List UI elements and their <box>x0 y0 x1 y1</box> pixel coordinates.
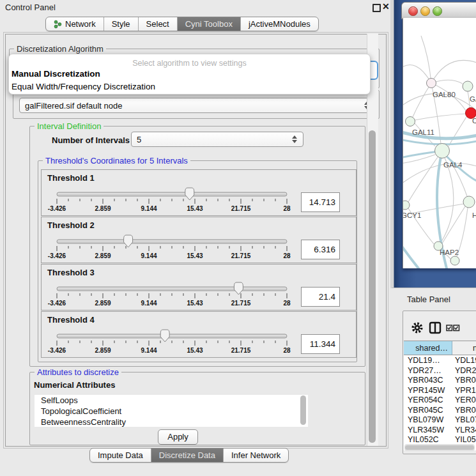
gal80-node[interactable] <box>427 79 436 88</box>
svg-text:9.144: 9.144 <box>141 300 157 307</box>
show-columns-checkbox-icon[interactable] <box>447 325 459 331</box>
svg-text:15.43: 15.43 <box>187 252 203 259</box>
threshold-value-field[interactable]: 6.316 <box>301 240 340 259</box>
node-table: shared… na YDL19…YDL19YDR27…YDR27YBR043C… <box>404 341 476 450</box>
attribute-item-selfloops[interactable]: SelfLoops <box>35 395 308 406</box>
numerical-attributes-label: Numerical Attributes <box>34 380 115 390</box>
table-row[interactable]: YIL052CYIL05 <box>404 435 476 443</box>
table-rows: YDL19…YDL19YDR27…YDR27YBR043CYBR04YPR145… <box>404 356 476 443</box>
table-data-value: galFiltered.sif default node <box>25 101 122 111</box>
network-window-titlebar[interactable] <box>401 2 476 19</box>
gcy1-node[interactable] <box>403 201 410 210</box>
svg-text:-3.426: -3.426 <box>48 300 66 307</box>
threshold-slider[interactable]: -3.4262.8599.14415.4321.71528 <box>48 281 298 310</box>
attribute-item-topologicalcoefficient[interactable]: TopologicalCoefficient <box>35 406 308 417</box>
gal4-node[interactable] <box>435 144 450 158</box>
attributes-group-label: Attributes to discretize <box>35 367 121 377</box>
tab-discretize-data[interactable]: Discretize Data <box>151 449 224 462</box>
table-row[interactable]: YLR345WYLR34 <box>404 426 476 436</box>
tab-infer-network[interactable]: Infer Network <box>224 449 288 462</box>
table-row[interactable]: YBR045CYBR04 <box>404 406 476 416</box>
tab-select[interactable]: Select <box>139 17 178 31</box>
threshold-slider[interactable]: -3.4262.8599.14415.4321.71528 <box>48 234 298 263</box>
table-row[interactable]: YBR043CYBR04 <box>404 376 476 386</box>
slider-thumb[interactable] <box>185 188 194 200</box>
tab-style[interactable]: Style <box>104 17 139 31</box>
h-node[interactable] <box>463 196 475 208</box>
numerical-attributes-list[interactable]: SelfLoopsTopologicalCoefficientBetweenne… <box>35 395 308 427</box>
node-label-h: H <box>472 211 476 219</box>
float-window-icon[interactable] <box>372 4 381 12</box>
cell-name: YDR27 <box>455 366 476 375</box>
svg-text:2.859: 2.859 <box>95 300 111 307</box>
svg-text:21.715: 21.715 <box>231 252 251 259</box>
cell-name: YBR04 <box>455 376 476 385</box>
threshold-panel-1: Threshold 1-3.4262.8599.14415.4321.71528… <box>41 169 357 216</box>
cell-shared-name: YLR345W <box>408 426 444 434</box>
tab-label: Impute Data <box>98 450 143 460</box>
slider-thumb[interactable] <box>234 282 243 295</box>
attribute-item-betweennesscentrality[interactable]: BetweennessCentrality <box>35 417 308 427</box>
table-row[interactable]: YER054CYER05 <box>404 395 476 406</box>
table-hscrollbar-thumb[interactable] <box>405 445 474 450</box>
cell-shared-name: YPR145W <box>408 386 445 395</box>
tab-label: Style <box>112 19 130 29</box>
svg-text:21.715: 21.715 <box>231 347 251 354</box>
threshold-value-field[interactable]: 21.4 <box>301 287 340 307</box>
popup-item-equal-width-frequency-discretization[interactable]: Equal Width/Frequency Discretization <box>11 82 368 94</box>
split-columns-icon[interactable] <box>430 323 440 333</box>
node-label-hap2: HAP2 <box>440 249 459 256</box>
threshold-slider[interactable]: -3.4262.8599.14415.4321.71528 <box>48 328 298 357</box>
slider-thumb[interactable] <box>124 235 133 247</box>
slider-thumb[interactable] <box>160 330 169 342</box>
interval-definition-label: Interval Definition <box>35 121 104 131</box>
window-zoom-button[interactable] <box>433 6 442 16</box>
svg-text:9.144: 9.144 <box>141 347 157 354</box>
gear-icon[interactable] <box>413 324 422 332</box>
tab-label: Network <box>65 19 96 29</box>
popup-item-manual-discretization[interactable]: Manual Discretization <box>11 69 368 81</box>
number-of-intervals-combobox[interactable]: 5 <box>131 132 303 147</box>
app-root: Control Panel ✕ NetworkStyleSelectCyni T… <box>0 0 476 476</box>
tab-impute-data[interactable]: Impute Data <box>90 449 151 462</box>
cell-shared-name: YDL19… <box>408 356 440 365</box>
table-data-combobox[interactable]: galFiltered.sif default node <box>19 98 376 113</box>
threshold-value-field[interactable]: 11.344 <box>301 334 340 354</box>
tab-label: Cyni Toolbox <box>185 19 233 29</box>
apply-button[interactable]: Apply <box>158 429 198 445</box>
table-row[interactable]: YDL19…YDL19 <box>404 356 476 366</box>
tab-jactivemnodules[interactable]: jActiveMNodules <box>241 17 318 31</box>
cell-name: YIL05 <box>455 435 476 443</box>
cell-shared-name: YDR27… <box>408 366 441 375</box>
attributes-list-scrollbar[interactable] <box>300 395 306 425</box>
popup-hint: Select algorithm to view settings <box>9 59 370 68</box>
tab-network[interactable]: Network <box>46 17 104 31</box>
node-label-gal80: GAL80 <box>433 91 456 98</box>
number-of-intervals-label: Number of Intervals <box>52 135 130 145</box>
cell-shared-name: YBR045C <box>408 406 443 415</box>
cell-name: YER05 <box>455 395 476 404</box>
network-canvas[interactable]: GAL80GACGAL11GAL4GCY1HHAP2 <box>403 18 476 268</box>
network-icon <box>54 20 62 29</box>
close-icon[interactable]: ✕ <box>382 1 390 12</box>
window-minimize-button[interactable] <box>420 6 430 16</box>
svg-text:9.144: 9.144 <box>141 205 157 212</box>
node-label-gal4: GAL4 <box>443 161 463 169</box>
threshold-value-field[interactable]: 14.713 <box>301 192 340 212</box>
table-row[interactable]: YDR27…YDR27 <box>404 366 476 376</box>
threshold-slider[interactable]: -3.4262.8599.14415.4321.71528 <box>48 187 298 215</box>
node-label-c: C <box>472 117 476 125</box>
column-header-shared-name[interactable]: shared… <box>404 341 452 355</box>
bottom-node[interactable] <box>450 256 459 265</box>
table-row[interactable]: YPR145WYPR14 <box>404 386 476 396</box>
column-header-name[interactable]: na <box>452 341 476 355</box>
gal11-node[interactable] <box>406 117 415 127</box>
window-close-button[interactable] <box>408 6 418 16</box>
table-row[interactable]: YBL079WYBL07 <box>404 415 476 426</box>
svg-text:-3.426: -3.426 <box>48 252 66 259</box>
top-right-node[interactable] <box>463 81 473 91</box>
tab-cyni-toolbox[interactable]: Cyni Toolbox <box>178 17 241 31</box>
panel-scrollbar-thumb[interactable] <box>369 130 376 443</box>
svg-text:28: 28 <box>283 347 291 354</box>
threshold-panel-4: Threshold 4-3.4262.8599.14415.4321.71528… <box>41 311 357 358</box>
